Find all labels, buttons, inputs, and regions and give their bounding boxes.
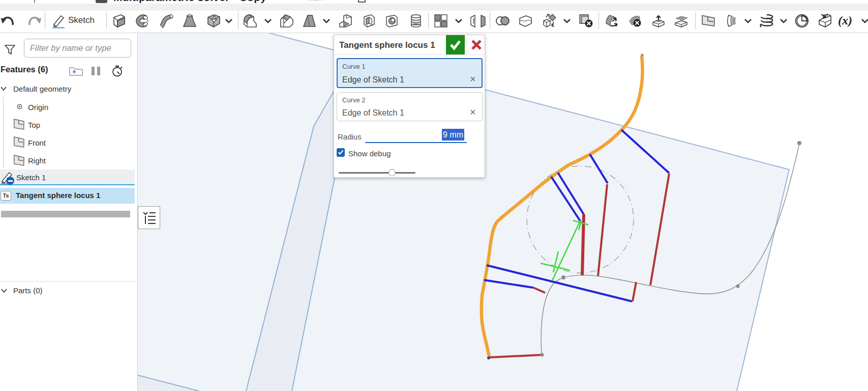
svg-text:(x): (x) — [838, 14, 852, 27]
